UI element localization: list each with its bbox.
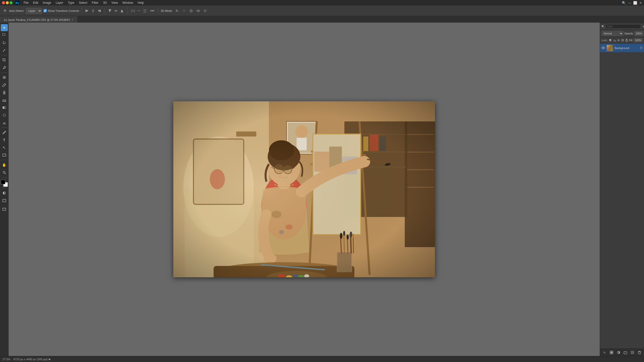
svg-rect-18 (121, 10, 122, 12)
window-min-btn[interactable]: — (628, 1, 631, 5)
crop-tool-btn[interactable] (1, 57, 8, 64)
layer-item-background[interactable]: Background (600, 43, 644, 53)
opacity-label: Opacity: (624, 32, 634, 35)
svg-rect-26 (143, 12, 146, 12)
show-transform-text: Show Transform Controls (48, 9, 79, 12)
svg-point-49 (3, 171, 5, 173)
show-transform-controls-label[interactable]: Show Transform Controls (44, 9, 79, 12)
document-tab[interactable]: (c) Javier Pardina_F21A9985.CR2 @ 27.5% … (0, 17, 77, 23)
blend-mode-select[interactable]: Normal Multiply Screen Overlay Soft Ligh… (601, 31, 623, 36)
3d-pan-icon[interactable] (188, 8, 194, 14)
delete-layer-btn[interactable] (636, 350, 642, 355)
blur-tool-btn[interactable] (1, 112, 8, 119)
menu-3d[interactable]: 3D (101, 1, 109, 5)
svg-rect-32 (3, 33, 5, 35)
artboard-tool-btn[interactable] (1, 206, 8, 213)
lock-transparent-pixels-icon[interactable] (609, 38, 612, 42)
menu-view[interactable]: View (109, 1, 120, 5)
fill-input[interactable] (634, 38, 642, 42)
distribute-right-icon[interactable] (142, 8, 148, 14)
zoom-tool-btn[interactable] (1, 169, 8, 176)
create-adjustment-btn[interactable] (616, 350, 622, 355)
show-transform-checkbox[interactable] (44, 9, 47, 12)
lock-image-pixels-icon[interactable] (613, 38, 616, 42)
lasso-tool-btn[interactable] (1, 39, 8, 46)
close-window-btn[interactable] (2, 1, 5, 4)
window-close-btn[interactable]: ✕ (639, 1, 642, 5)
align-center-v-icon[interactable] (113, 8, 119, 14)
color-swatches[interactable] (1, 180, 8, 187)
move-tool-icon[interactable]: ✛ (2, 8, 8, 14)
opacity-input[interactable] (634, 31, 643, 36)
menu-window[interactable]: Window (120, 1, 135, 5)
align-center-h-icon[interactable] (90, 8, 96, 14)
lock-all-icon[interactable] (625, 38, 628, 42)
3d-roll-icon[interactable]: ⟳ (181, 8, 187, 14)
auto-select-dropdown[interactable]: Layer Group (26, 8, 42, 14)
maximize-window-btn[interactable] (10, 1, 13, 4)
pen-tool-btn[interactable] (1, 129, 8, 136)
menu-select[interactable]: Select (77, 1, 89, 5)
menu-layer[interactable]: Layer (54, 1, 65, 5)
distribute-even-icons (130, 8, 148, 14)
layers-search-input[interactable] (606, 24, 641, 29)
3d-rotate-icon[interactable]: ↻ (174, 8, 180, 14)
foreground-color-swatch[interactable] (1, 180, 5, 184)
distribute-left-icon[interactable] (130, 8, 136, 14)
more-options-btn[interactable]: ••• (149, 9, 155, 13)
fill-control: Fill: (629, 38, 642, 42)
eyedropper-tool-btn[interactable] (1, 64, 8, 71)
align-left-icon[interactable] (84, 8, 90, 14)
status-arrow-btn[interactable]: ▶ (49, 358, 51, 360)
svg-rect-19 (122, 10, 123, 12)
rectangle-tool-btn[interactable] (1, 152, 8, 159)
3d-slide-icon[interactable] (195, 8, 201, 14)
canvas-area[interactable] (9, 23, 600, 356)
brush-tool-btn[interactable] (1, 81, 8, 88)
align-right-icon[interactable] (96, 8, 102, 14)
tool-separator-2 (1, 72, 7, 73)
menu-help[interactable]: Help (136, 1, 146, 5)
screen-mode-btn[interactable] (1, 197, 8, 204)
filter-pixel-icon[interactable]: ▣ (642, 24, 644, 28)
add-layer-style-btn[interactable]: fx (601, 350, 608, 355)
distribute-center-h-icon[interactable] (136, 8, 142, 14)
svg-rect-11 (109, 9, 111, 10)
tab-close-btn[interactable]: × (72, 18, 73, 21)
menu-filter[interactable]: Filter (90, 1, 101, 5)
create-new-layer-btn[interactable] (629, 350, 635, 355)
svg-rect-148 (610, 39, 611, 40)
menu-edit[interactable]: Edit (31, 1, 40, 5)
create-group-btn[interactable] (622, 350, 628, 355)
quick-mask-btn[interactable] (1, 190, 8, 197)
window-restore-btn[interactable]: ⬜ (633, 1, 637, 5)
gradient-tool-btn[interactable] (1, 104, 8, 111)
magic-wand-tool-btn[interactable] (1, 47, 8, 54)
menu-image[interactable]: Image (41, 1, 53, 5)
search-btn[interactable]: 🔍 (622, 1, 626, 5)
fill-label: Fill: (629, 39, 633, 42)
layer-visibility-eye[interactable] (601, 47, 605, 50)
3d-scale-icon[interactable]: ⊞ (203, 8, 208, 14)
clone-stamp-tool-btn[interactable] (1, 89, 8, 96)
dodge-tool-btn[interactable] (1, 119, 8, 126)
path-selection-tool-btn[interactable]: ↖ (1, 144, 8, 151)
menu-file[interactable]: File (22, 1, 30, 5)
text-tool-btn[interactable]: T (1, 137, 8, 144)
lock-position-icon[interactable] (617, 38, 620, 42)
minimize-window-btn[interactable] (6, 1, 9, 4)
tool-separator-6 (1, 188, 7, 188)
lock-artboard-icon[interactable] (621, 38, 624, 42)
align-bottom-icon[interactable] (119, 8, 125, 14)
eraser-tool-btn[interactable] (1, 97, 8, 104)
add-mask-btn[interactable] (609, 350, 615, 355)
selection-tool-btn[interactable] (1, 32, 8, 39)
svg-rect-15 (115, 10, 116, 12)
svg-rect-21 (133, 10, 133, 12)
hand-tool-btn[interactable]: ✋ (1, 161, 8, 168)
spot-healing-tool-btn[interactable] (1, 74, 8, 81)
move-tool-btn[interactable]: ✛ (1, 24, 8, 31)
menu-type[interactable]: Type (66, 1, 76, 5)
align-top-icon[interactable] (107, 8, 113, 14)
svg-rect-146 (610, 40, 611, 41)
